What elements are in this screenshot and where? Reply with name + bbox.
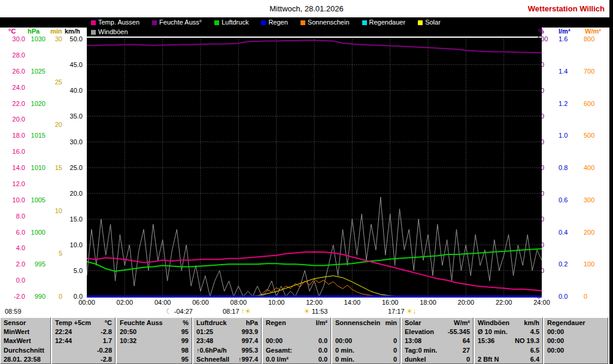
table-cell: W/m² [454, 318, 470, 327]
table-row: Durchschnitt [1, 346, 50, 355]
table-group-rainduration: Regendauer00:0000:0000:00 [544, 317, 608, 364]
legend-item: Feuchte Auss° [152, 19, 202, 26]
axis-tick-label: 0.0 [559, 293, 575, 299]
table-header-row: Temp +5cm°C [52, 318, 115, 327]
table-cell: 995.3 [241, 346, 258, 355]
table-row: 22:24-2.8 [52, 327, 115, 336]
axis-tick-label: 500 [584, 132, 604, 138]
table-cell: 00:00 [266, 336, 283, 345]
table-row: -2.8 [52, 355, 115, 364]
axis-tick-label: 400 [584, 165, 604, 171]
table-cell: -2.8 [101, 355, 112, 364]
astro-time: -04:27 [174, 307, 193, 316]
table-cell: -2.8 [101, 327, 112, 336]
table-cell: -55.345 [448, 327, 470, 336]
table-cell: Regendauer [547, 318, 585, 327]
table-group-wind: Windböenkm/hØ 10 min.4.515:36NO 19.36.52… [474, 317, 543, 364]
table-row: Elevation-55.345 [402, 327, 473, 336]
axis-solar: 8007006005004003002001000 [584, 38, 604, 298]
table-cell: 28.01. 23:58 [4, 355, 41, 364]
legend-item: Luftdruck [214, 19, 248, 26]
axis-tick-label: 1030 [26, 36, 45, 42]
axis-tick-label: 600 [584, 101, 604, 107]
astro-time: 08:59 [5, 307, 22, 316]
legend-swatch-icon [91, 20, 96, 25]
axis-unit-pressure: hPa [28, 28, 40, 35]
astro-item-1: 08:59 [5, 307, 22, 316]
table-row: 12:441.7 [52, 336, 115, 345]
table-cell: 0 min. [335, 355, 354, 364]
legend-swatch-icon [152, 20, 157, 25]
table-cell: hPa [246, 318, 258, 327]
table-cell: 0.0 [318, 346, 327, 355]
table-row: 95 [117, 355, 192, 364]
axis-tick-label: 800 [584, 36, 604, 42]
axis-tick-label: 25 [49, 79, 62, 85]
axis-tick-label: 35.0 [63, 113, 83, 119]
time-tick-label: 08:00 [226, 299, 250, 306]
legend-label: Regen [268, 19, 287, 26]
table-row: MinWert [1, 327, 50, 336]
table-cell: Luftdruck [196, 318, 227, 327]
astro-item-2: ☾-04:27 [166, 307, 193, 316]
legend-row-1: Temp. AussenFeuchte Auss°LuftdruckRegenS… [0, 17, 613, 28]
table-row: 0 min.0 [332, 346, 400, 355]
axis-tick-label: 30.0 [63, 139, 83, 145]
legend-label: Windböen [98, 29, 128, 35]
legend-item: Regendauer [362, 19, 406, 26]
axis-tick-label: 26.0 [5, 68, 25, 74]
table-cell: 20:50 [120, 327, 136, 336]
legend-label: Regendauer [369, 19, 406, 26]
table-cell: 6.5 [530, 346, 539, 355]
table-cell: 12:44 [55, 336, 72, 345]
table-row: 00:00 [544, 327, 608, 336]
axis-unit-solar: W/m² [585, 28, 601, 35]
table-group-humidity: Feuchte Auss%20:509510:32999895 [116, 317, 192, 364]
axis-tick-label: 20.0 [5, 116, 25, 122]
table-cell: Ø 10 min. [478, 327, 508, 336]
table-cell: 6.4 [530, 355, 539, 364]
table-cell: 00:00 [547, 327, 564, 336]
table-cell: NO 19.3 [515, 336, 539, 345]
legend-label: Luftdruck [221, 19, 248, 26]
axis-temp: 30.028.026.024.022.020.018.016.014.012.0… [5, 38, 25, 298]
table-cell: 00:00 [547, 346, 564, 355]
axis-tick-label: 0.0 [5, 277, 25, 283]
axis-tick-label: 1010 [26, 165, 45, 171]
time-tick-label: 04:00 [151, 299, 175, 306]
time-tick-label: 20:00 [454, 299, 478, 306]
table-cell: 98 [181, 346, 189, 355]
table-header-row: Regendauer [544, 318, 608, 327]
axis-tick-label: 28.0 [5, 52, 25, 58]
legend-item: Temp. Aussen [91, 19, 139, 26]
axis-rain: 1.61.41.21.00.80.60.40.20.0 [559, 38, 575, 298]
axis-tick-label: 0 [49, 293, 62, 299]
astro-item-4: ☀11:53 [304, 307, 327, 316]
table-group-rain: Regenl/m²00:000.0Gesamt:0.00.0 l/m²0.0 [262, 317, 331, 364]
axis-tick-label: 1.2 [559, 101, 575, 107]
time-tick-label: 02:00 [113, 299, 136, 306]
series-temp_out [87, 252, 542, 291]
table-cell: dunkel [405, 355, 426, 364]
table-row: ↑0.6hPa/h995.3 [193, 346, 261, 355]
table-row: Ø 10 min.4.5 [475, 327, 542, 336]
table-row: 01:25993.9 [193, 327, 261, 336]
axis-tick-label: 5.0 [63, 268, 83, 274]
legend-item: Regen [261, 19, 287, 26]
legend-label: Feuchte Auss° [159, 19, 202, 26]
axis-tick-label: 10 [49, 208, 62, 214]
table-group-sensor: SensorMinWertMaxWertDurchschnitt28.01. 2… [0, 317, 51, 364]
table-row [332, 327, 400, 336]
table-cell: Temp +5cm [55, 318, 91, 327]
axis-tick-label: 0.6 [559, 197, 575, 203]
axis-tick-label: 1000 [26, 229, 45, 235]
axis-tick-label: 0 [584, 293, 604, 299]
table-row: 15:36NO 19.3 [475, 336, 542, 345]
table-cell: Durchschnitt [4, 346, 44, 355]
table-group-solar: SolarW/m²Elevation-55.34513:0864Tag:0 mi… [401, 317, 474, 364]
table-row: 28.01. 23:58 [1, 355, 50, 364]
sun-noon-icon: ☀ [304, 308, 310, 315]
table-header-row: Feuchte Auss% [117, 318, 192, 327]
table-cell: % [183, 318, 189, 327]
table-row: Gesamt:0.0 [263, 346, 330, 355]
